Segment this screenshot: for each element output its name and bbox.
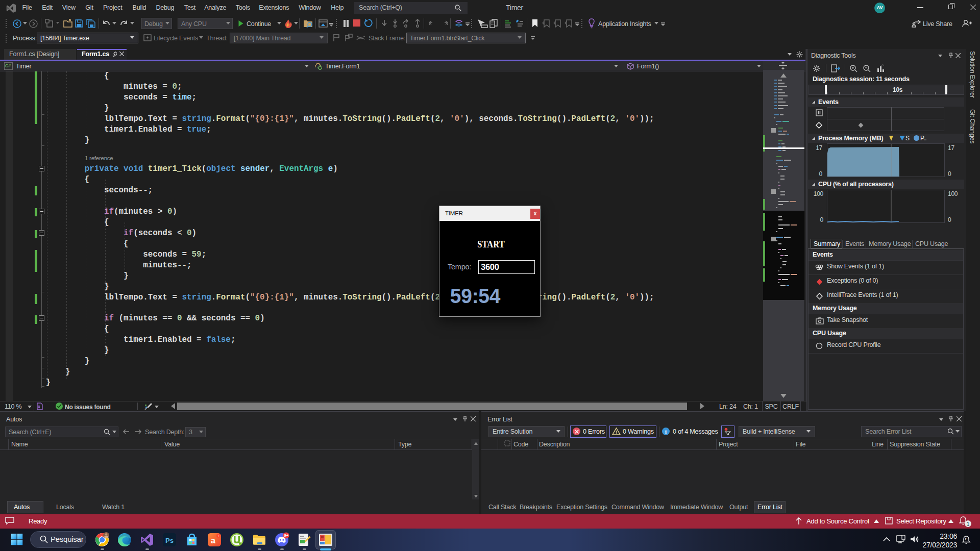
svg-text:a: a <box>211 536 215 545</box>
svg-text:z: z <box>965 537 967 541</box>
svg-text:9+: 9+ <box>284 533 289 538</box>
svg-text:+: + <box>217 534 219 538</box>
svg-text:Ps: Ps <box>165 537 174 544</box>
